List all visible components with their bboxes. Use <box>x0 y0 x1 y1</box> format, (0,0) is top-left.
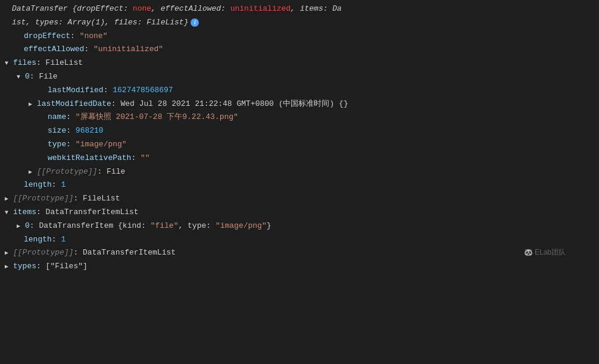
key-effectallowed: effectAllowed <box>24 43 84 56</box>
header-text: DataTransfer {dropEffect: <box>12 3 133 15</box>
line-files[interactable]: files: FileList <box>0 57 599 70</box>
effect-allowed-value: uninitialized <box>230 3 291 15</box>
line-prototype-filelist[interactable]: [[Prototype]]: FileList <box>0 192 599 206</box>
console-panel: DataTransfer {dropEffect: none, effectAl… <box>0 0 599 364</box>
watermark: 🐼 ELab团队 <box>524 247 566 258</box>
key-items-0: 0 <box>25 220 30 233</box>
arrow-prototype-file[interactable] <box>29 168 36 177</box>
drop-effect-value: none <box>133 3 151 15</box>
val-name: "屏幕快照 2021-07-28 下午9.22.43.png" <box>76 111 238 124</box>
val-effectallowed: "uninitialized" <box>93 43 163 56</box>
arrow-prototype-filelist[interactable] <box>5 194 12 204</box>
key-prototype-file: [[Prototype]] <box>37 166 97 178</box>
arrow-lastmodifieddate[interactable] <box>29 100 36 109</box>
val-type: "image/png" <box>76 139 127 151</box>
key-items-length: length <box>24 234 52 246</box>
key-lastmodified: lastModified <box>48 84 104 97</box>
key-type: type <box>48 139 66 151</box>
val-files-length: 1 <box>61 179 65 192</box>
val-dropeffect: "none" <box>80 30 108 43</box>
val-lastmodified: 1627478568697 <box>113 84 173 97</box>
line-items-0[interactable]: 0: DataTransferItem {kind: "file", type:… <box>0 219 599 233</box>
val-size: 968210 <box>76 125 104 137</box>
line-webkit-relative-path: webkitRelativePath: "" <box>0 152 599 165</box>
key-prototype-datatransferitemlist: [[Prototype]] <box>13 247 73 259</box>
arrow-files-0[interactable] <box>17 73 24 82</box>
line-name: name: "屏幕快照 2021-07-28 下午9.22.43.png" <box>0 111 599 124</box>
line-prototype-file[interactable]: [[Prototype]]: File <box>0 165 599 179</box>
val-webkitrelativepath: "" <box>141 152 150 165</box>
line-prototype-datatransferitemlist[interactable]: [[Prototype]]: DataTransferItemList 🐼 EL… <box>0 246 599 260</box>
key-webkitrelativepath: webkitRelativePath <box>48 152 131 165</box>
key-items: items <box>13 206 36 219</box>
key-prototype-filelist: [[Prototype]] <box>13 193 73 205</box>
line-datatransfer-continuation: ist, types: Array(1), files: FileList} i <box>0 16 599 30</box>
key-files-0: 0 <box>25 71 30 83</box>
line-last-modified-date[interactable]: lastModifiedDate: Wed Jul 28 2021 21:22:… <box>0 98 599 111</box>
line-items[interactable]: items: DataTransferItemList <box>0 206 599 219</box>
line-items-length: length: 1 <box>0 233 599 247</box>
line-types[interactable]: types: ["Files"] <box>0 260 599 274</box>
key-size: size <box>48 125 66 137</box>
key-files: files <box>13 57 36 70</box>
arrow-files[interactable] <box>5 59 12 68</box>
arrow-types[interactable] <box>5 262 12 272</box>
key-dropeffect: dropEffect <box>24 30 70 43</box>
arrow-items-0[interactable] <box>17 222 24 231</box>
info-icon[interactable]: i <box>191 18 199 27</box>
arrow-items[interactable] <box>5 208 12 218</box>
key-types: types <box>13 261 36 273</box>
line-last-modified: lastModified: 1627478568697 <box>0 84 599 98</box>
key-files-length: length <box>24 179 52 192</box>
line-drop-effect: dropEffect: "none" <box>0 30 599 43</box>
line-files-length: length: 1 <box>0 178 599 192</box>
val-item-type: "image/png" <box>216 220 267 233</box>
arrow-prototype-datatransferitemlist[interactable] <box>5 249 12 258</box>
line-effect-allowed: effectAllowed: "uninitialized" <box>0 43 599 57</box>
line-datatransfer-header: DataTransfer {dropEffect: none, effectAl… <box>0 2 599 16</box>
key-lastmodifieddate: lastModifiedDate <box>37 98 111 111</box>
line-files-0[interactable]: 0: File <box>0 70 599 84</box>
line-size: size: 968210 <box>0 124 599 138</box>
line-type: type: "image/png" <box>0 138 599 152</box>
val-kind: "file" <box>151 220 179 233</box>
key-name: name <box>48 111 66 124</box>
val-items-length: 1 <box>61 234 65 246</box>
